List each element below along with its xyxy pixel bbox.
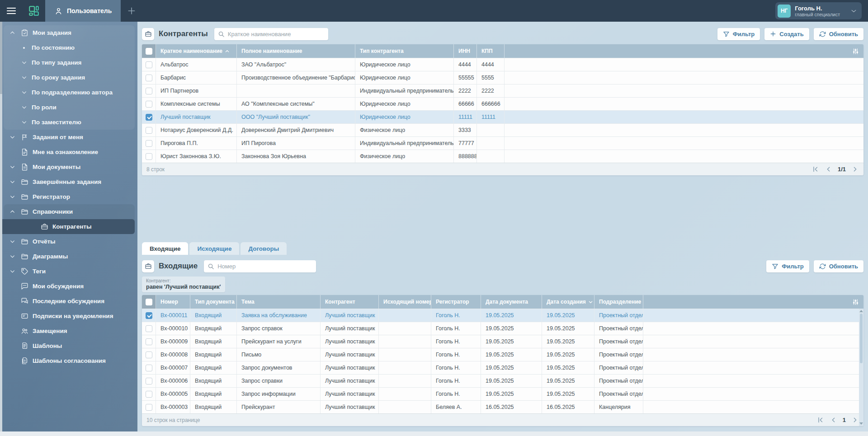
- scroll-up-icon[interactable]: [859, 310, 863, 312]
- add-tab-button[interactable]: [121, 0, 142, 22]
- row-checkbox[interactable]: [142, 309, 156, 322]
- column-header-counterparty[interactable]: Контрагент: [321, 295, 379, 309]
- row-checkbox[interactable]: [142, 98, 156, 110]
- row-checkbox[interactable]: [142, 361, 156, 374]
- sidebar-item[interactable]: Диаграммы: [4, 249, 135, 264]
- filter-chip[interactable]: Контрагент: равен 'Лучший поставщик': [142, 277, 225, 292]
- table-row[interactable]: Вх-000006ВходящийЗапрос справкиЛучший по…: [142, 374, 863, 387]
- tab-user[interactable]: Пользователь: [45, 0, 121, 22]
- filter-button[interactable]: Фильтр: [717, 28, 760, 40]
- table-row[interactable]: Пирогова П.П.ИП ПироговаИндивидуальный п…: [142, 136, 863, 150]
- tab-outgoing[interactable]: Исходящие: [189, 242, 239, 255]
- row-checkbox[interactable]: [142, 58, 156, 71]
- table-row[interactable]: Вх-000011ВходящийЗаявка на обслуживаниеЛ…: [142, 309, 863, 322]
- chevron-down-icon[interactable]: [8, 179, 16, 185]
- sidebar-item[interactable]: Отчёты: [4, 234, 135, 249]
- table-row[interactable]: Вх-000003ВходящийПрейскурантЛучший поста…: [142, 400, 863, 413]
- table-row[interactable]: Вх-000010ВходящийЗапрос справокЛучший по…: [142, 322, 863, 335]
- table-row[interactable]: Вх-000009ВходящийПрейскурант на услугиЛу…: [142, 335, 863, 348]
- sidebar-item[interactable]: Подписки на уведомления: [4, 309, 135, 323]
- sidebar-scrollbar[interactable]: [0, 22, 2, 431]
- search-input[interactable]: [228, 31, 325, 38]
- search-input[interactable]: [217, 263, 312, 270]
- sidebar-item[interactable]: Справочники: [4, 204, 135, 219]
- column-header-full-name[interactable]: Полное наименование: [237, 44, 355, 58]
- table-row[interactable]: ИП ПартнеровИндивидуальный предпринимате…: [142, 84, 863, 97]
- row-checkbox[interactable]: [142, 322, 156, 335]
- sidebar-item[interactable]: По заместителю: [4, 115, 135, 130]
- sidebar-item[interactable]: Шаблоны согласования: [4, 353, 135, 368]
- refresh-button[interactable]: Обновить: [814, 260, 863, 272]
- tab-incoming[interactable]: Входящие: [142, 242, 188, 255]
- next-page-button[interactable]: [851, 416, 859, 424]
- table-row[interactable]: Нотариус Доверенский Д.Д.Доверенский Дми…: [142, 123, 863, 136]
- column-header-inn[interactable]: ИНН: [454, 44, 477, 58]
- row-checkbox[interactable]: [142, 401, 156, 413]
- scroll-down-icon[interactable]: [859, 422, 863, 425]
- column-header-outgoing-number[interactable]: Исходящий номер: [379, 295, 431, 309]
- chevron-down-icon[interactable]: [20, 75, 28, 80]
- vertical-scrollbar[interactable]: [859, 309, 863, 426]
- chevron-down-icon[interactable]: [8, 164, 16, 170]
- first-page-button[interactable]: [816, 416, 824, 424]
- sidebar-item[interactable]: Мои обсуждения: [4, 279, 135, 294]
- tab-contracts[interactable]: Договоры: [241, 242, 287, 255]
- sidebar-item[interactable]: Мои задания: [4, 25, 135, 40]
- column-header-kpp[interactable]: КПП: [477, 44, 505, 58]
- chevron-down-icon[interactable]: [20, 89, 28, 95]
- chevron-down-icon[interactable]: [20, 119, 28, 125]
- sidebar-item[interactable]: Задания от меня: [4, 130, 135, 145]
- prev-page-button[interactable]: [825, 165, 832, 173]
- column-header-created-date[interactable]: Дата создания: [542, 295, 594, 309]
- row-checkbox[interactable]: [142, 111, 156, 123]
- header-checkbox[interactable]: [142, 295, 156, 309]
- next-page-button[interactable]: [851, 165, 859, 173]
- sidebar-item[interactable]: По состоянию: [4, 40, 135, 55]
- column-header-type[interactable]: Тип контрагента: [355, 44, 454, 58]
- table-row[interactable]: Вх-000007ВходящийЗапрос документовЛучший…: [142, 361, 863, 374]
- sidebar-item[interactable]: Регистратор: [4, 189, 135, 204]
- table-row[interactable]: БарбарисПроизводственное объединение "Ба…: [142, 71, 863, 84]
- row-checkbox[interactable]: [142, 71, 156, 84]
- sidebar-item[interactable]: Последние обсуждения: [4, 294, 135, 309]
- sidebar-item[interactable]: По типу задания: [4, 55, 135, 70]
- refresh-button[interactable]: Обновить: [814, 28, 863, 40]
- sidebar-item[interactable]: Теги: [4, 264, 135, 279]
- sidebar-item[interactable]: По роли: [4, 100, 135, 115]
- sidebar-item[interactable]: Замещения: [4, 323, 135, 338]
- row-checkbox[interactable]: [142, 150, 156, 163]
- table-row[interactable]: Юрист Законнова З.Ю.Законнова Зоя Юрьевн…: [142, 150, 863, 163]
- sidebar-item[interactable]: По сроку задания: [4, 70, 135, 85]
- column-header-department[interactable]: Подразделение: [594, 295, 643, 309]
- prev-page-button[interactable]: [830, 416, 837, 424]
- dashboard-button[interactable]: [23, 0, 45, 22]
- column-header-subject[interactable]: Тема: [237, 295, 321, 309]
- filter-button[interactable]: Фильтр: [766, 260, 809, 272]
- column-header-doc-date[interactable]: Дата документа: [481, 295, 542, 309]
- row-checkbox[interactable]: [142, 335, 156, 348]
- column-header-registrar[interactable]: Регистратор: [431, 295, 481, 309]
- counterparties-search[interactable]: [214, 28, 328, 40]
- row-checkbox[interactable]: [142, 375, 156, 387]
- column-header-short-name[interactable]: Краткое наименование: [156, 44, 237, 58]
- table-row[interactable]: АльбатросЗАО "Альбатрос"Юридическое лицо…: [142, 58, 863, 71]
- row-checkbox[interactable]: [142, 388, 156, 400]
- column-header-doc-type[interactable]: Тип документа: [190, 295, 237, 309]
- column-settings-icon[interactable]: [852, 48, 859, 55]
- sidebar-item[interactable]: Завершённые задания: [4, 174, 135, 189]
- row-checkbox[interactable]: [142, 84, 156, 97]
- chevron-up-icon[interactable]: [8, 30, 16, 36]
- create-button[interactable]: Создать: [764, 28, 809, 40]
- incoming-search[interactable]: [204, 260, 316, 272]
- chevron-down-icon[interactable]: [8, 268, 16, 274]
- table-row[interactable]: Вх-000008ВходящийПисьмоЛучший поставщикГ…: [142, 348, 863, 361]
- scrollbar-thumb[interactable]: [860, 314, 863, 363]
- chevron-up-icon[interactable]: [8, 209, 16, 215]
- hamburger-button[interactable]: [0, 0, 23, 22]
- table-row[interactable]: Лучший поставщикООО "Лучший поставщик"Юр…: [142, 110, 863, 123]
- chevron-down-icon[interactable]: [8, 134, 16, 140]
- chevron-down-icon[interactable]: [8, 253, 16, 259]
- row-checkbox[interactable]: [142, 124, 156, 136]
- sidebar-item[interactable]: Мне на ознакомление: [4, 145, 135, 159]
- row-checkbox[interactable]: [142, 137, 156, 150]
